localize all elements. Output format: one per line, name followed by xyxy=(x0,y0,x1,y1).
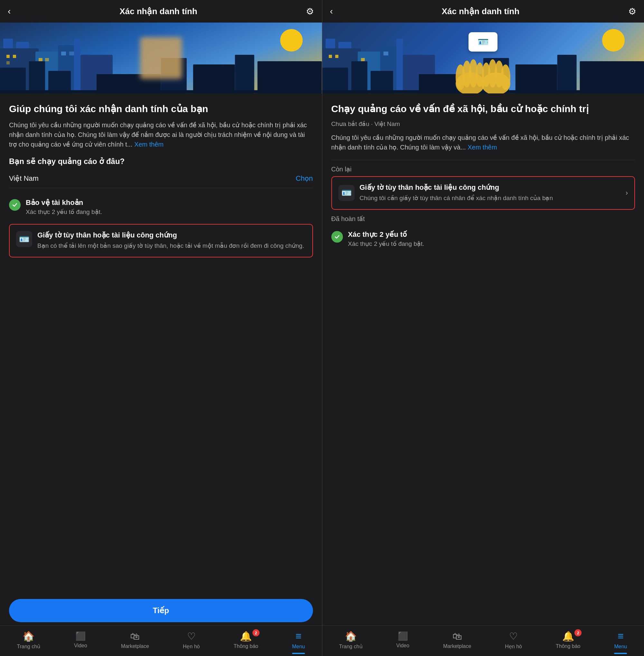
menu-icon-left: ≡ xyxy=(296,630,302,642)
left-header-title: Xác nhận danh tính xyxy=(119,6,197,17)
marketplace-label-right: Marketplace xyxy=(443,643,471,649)
svg-rect-15 xyxy=(6,55,10,58)
left-nav-notifications[interactable]: 🔔 2 Thông báo xyxy=(233,631,258,649)
svg-rect-9 xyxy=(48,71,71,93)
notifications-icon-left: 🔔 xyxy=(240,631,252,642)
right-nav-video[interactable]: ⬛ Video xyxy=(396,631,410,649)
left-header: ‹ Xác nhận danh tính ⚙ xyxy=(0,0,322,23)
right-bottom-nav: 🏠 Trang chủ ⬛ Video 🛍 Marketplace ♡ Hẹn … xyxy=(322,626,644,656)
right-nav-marketplace[interactable]: 🛍 Marketplace xyxy=(443,631,471,649)
right-nav-dating[interactable]: ♡ Hẹn hò xyxy=(505,631,522,650)
home-icon-left: 🏠 xyxy=(23,631,34,642)
left-id-document-box[interactable]: 🪪 Giấy tờ tùy thân hoặc tài liệu công ch… xyxy=(9,224,313,258)
notifications-icon-right: 🔔 xyxy=(562,631,574,642)
svg-rect-16 xyxy=(13,55,16,58)
notifications-label-right: Thông báo xyxy=(556,643,580,649)
left-main-title: Giúp chúng tôi xác nhận danh tính của bạ… xyxy=(9,103,313,115)
svg-rect-36 xyxy=(557,55,576,93)
settings-button-left[interactable]: ⚙ xyxy=(306,6,314,17)
video-icon-left: ⬛ xyxy=(75,631,86,641)
notifications-label-left: Thông báo xyxy=(233,643,258,649)
svg-rect-17 xyxy=(6,61,10,64)
completed-label: Đã hoàn tất xyxy=(331,215,635,223)
video-label-right: Video xyxy=(396,643,410,649)
left-description: Chúng tôi yêu cầu những người muốn chạy … xyxy=(9,120,313,149)
id-card-icon-right: 🪪 xyxy=(339,185,354,201)
marketplace-icon-left: 🛍 xyxy=(130,631,140,642)
svg-rect-28 xyxy=(396,39,402,93)
menu-icon-right: ≡ xyxy=(618,630,624,642)
video-label-left: Video xyxy=(74,643,87,649)
svg-rect-1 xyxy=(3,39,13,48)
svg-rect-32 xyxy=(370,71,393,93)
svg-rect-24 xyxy=(325,39,335,48)
left-nav-marketplace[interactable]: 🛍 Marketplace xyxy=(121,631,149,649)
svg-rect-14 xyxy=(258,61,322,93)
menu-label-left: Menu xyxy=(292,644,305,650)
left-where-title: Bạn sẽ chạy quảng cáo ở đâu? xyxy=(9,157,313,166)
svg-rect-21 xyxy=(69,51,74,56)
right-id-text: Giấy tờ tùy thân hoặc tài liệu công chứn… xyxy=(360,183,621,203)
svg-rect-25 xyxy=(338,42,351,48)
right-nav-home[interactable]: 🏠 Trang chủ xyxy=(339,631,363,650)
right-panel: ‹ Xác nhận danh tính ⚙ xyxy=(322,0,644,656)
menu-label-right: Menu xyxy=(614,644,627,650)
svg-rect-38 xyxy=(328,55,332,58)
chevron-right: › xyxy=(626,189,628,197)
right-nav-notifications[interactable]: 🔔 2 Thông báo xyxy=(556,631,580,649)
right-see-more[interactable]: Xem thêm xyxy=(467,144,497,151)
left-bottom-action: Tiếp xyxy=(0,592,322,626)
remaining-label: Còn lại xyxy=(331,165,635,173)
dating-label-right: Hẹn hò xyxy=(505,643,522,650)
svg-rect-2 xyxy=(16,42,29,48)
hands-card-illustration: 🪪 xyxy=(468,32,498,51)
svg-rect-39 xyxy=(335,55,338,58)
svg-rect-37 xyxy=(580,61,644,93)
blurred-profile-photo xyxy=(140,37,182,79)
right-description: Chúng tôi yêu cầu những người muốn chạy … xyxy=(331,133,635,152)
svg-rect-30 xyxy=(322,68,348,93)
check-icon-right xyxy=(331,231,343,243)
video-icon-right: ⬛ xyxy=(398,631,408,641)
right-2fa-item: Xác thực 2 yếu tố Xác thực 2 yếu tố đang… xyxy=(331,225,635,253)
settings-button-right[interactable]: ⚙ xyxy=(628,6,636,17)
left-account-protection-text: Bảo vệ tài khoản Xác thực 2 yếu tố đang … xyxy=(26,198,102,216)
svg-rect-35 xyxy=(515,64,557,93)
left-nav-dating[interactable]: ♡ Hẹn hò xyxy=(183,631,200,650)
right-id-document-box[interactable]: 🪪 Giấy tờ tùy thân hoặc tài liệu công ch… xyxy=(331,176,635,210)
id-card-illustration: 🪪 xyxy=(468,32,498,51)
menu-underline-left xyxy=(292,653,305,654)
right-content: Chạy quảng cáo về vấn đề xã hội, bầu cử … xyxy=(322,93,644,366)
right-status-subtitle: Chưa bắt đầu · Việt Nam xyxy=(331,120,635,128)
left-nav-home[interactable]: 🏠 Trang chủ xyxy=(17,631,40,650)
right-main-title: Chạy quảng cáo về vấn đề xã hội, bầu cử … xyxy=(331,103,635,115)
back-button-left[interactable]: ‹ xyxy=(8,6,10,17)
svg-rect-5 xyxy=(74,39,80,93)
svg-rect-19 xyxy=(45,58,49,61)
svg-rect-18 xyxy=(39,58,43,61)
marketplace-icon-right: 🛍 xyxy=(453,631,462,642)
svg-rect-22 xyxy=(0,90,322,93)
svg-rect-20 xyxy=(61,51,66,56)
svg-rect-13 xyxy=(235,55,254,93)
svg-rect-31 xyxy=(351,61,367,93)
left-choose-link[interactable]: Chọn xyxy=(296,174,313,183)
left-panel: ‹ Xác nhận danh tính ⚙ xyxy=(0,0,322,656)
continue-button[interactable]: Tiếp xyxy=(9,599,313,622)
left-nav-video[interactable]: ⬛ Video xyxy=(74,631,87,649)
dating-icon-left: ♡ xyxy=(187,631,196,642)
left-account-protection: Bảo vệ tài khoản Xác thực 2 yếu tố đang … xyxy=(9,193,313,221)
right-hero: 🪪 xyxy=(322,23,644,93)
hands-svg xyxy=(451,55,515,93)
right-nav-menu[interactable]: ≡ Menu xyxy=(614,630,627,650)
dating-icon-right: ♡ xyxy=(509,631,518,642)
marketplace-label-left: Marketplace xyxy=(121,643,149,649)
notification-badge-right: 2 xyxy=(574,629,581,636)
svg-rect-41 xyxy=(383,51,388,56)
svg-rect-12 xyxy=(193,64,235,93)
dating-label-left: Hẹn hò xyxy=(183,643,200,650)
back-button-right[interactable]: ‹ xyxy=(330,6,333,17)
left-nav-menu[interactable]: ≡ Menu xyxy=(292,630,305,650)
left-id-text: Giấy tờ tùy thân hoặc tài liệu công chứn… xyxy=(37,231,304,250)
left-see-more[interactable]: Xem thêm xyxy=(134,141,164,148)
